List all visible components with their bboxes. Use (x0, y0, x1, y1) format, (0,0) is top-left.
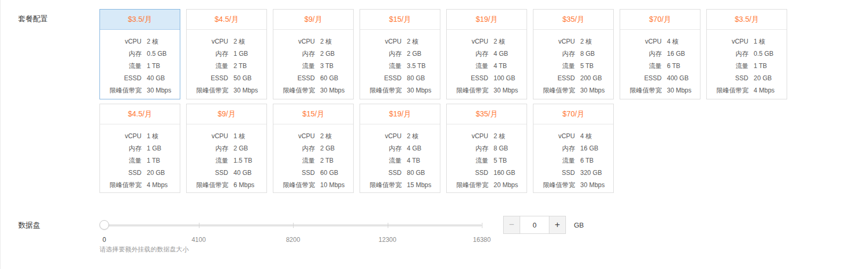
spec-row: 内存2 GB (273, 48, 353, 60)
spec-row: 限峰值带宽30 Mbps (447, 85, 527, 97)
slider-handle[interactable] (99, 220, 109, 230)
plan-card[interactable]: $3.5/月 vCPU2 核内存0.5 GB流量1 TBESSD40 GB限峰值… (99, 9, 180, 99)
spec-value: 1 TB (754, 60, 787, 72)
spec-label: 流量 (100, 155, 141, 167)
plan-specs: vCPU2 核内存2 GB流量3 TBESSD60 GB限峰值带宽30 Mbps (273, 30, 353, 97)
spec-value: 4 GB (407, 142, 440, 155)
spec-value: 40 GB (147, 72, 180, 85)
plan-card[interactable]: $4.5/月 vCPU1 核内存1 GB流量1 TBSSD20 GB限峰值带宽4… (99, 104, 180, 193)
spec-label: 内存 (100, 142, 141, 155)
plan-card[interactable]: $9/月 vCPU1 核内存2 GB流量1.5 TBSSD40 GB限峰值带宽6… (186, 104, 267, 193)
spec-value: 30 Mbps (580, 179, 613, 191)
spec-label: 限峰值带宽 (360, 85, 402, 97)
spec-row: 流量5 TB (447, 155, 527, 167)
spec-row: vCPU2 核 (273, 130, 353, 142)
spec-row: 限峰值带宽30 Mbps (187, 85, 266, 97)
spec-row: 内存8 GB (447, 142, 527, 155)
spec-value: 30 Mbps (407, 85, 440, 97)
spec-row: vCPU2 核 (360, 130, 440, 142)
plan-price: $19/月 (447, 10, 527, 30)
plan-card[interactable]: $15/月 vCPU2 核内存2 GB流量2 TBSSD60 GB限峰值带宽10… (273, 104, 354, 193)
spec-value: 4 GB (494, 48, 527, 60)
spec-label: 内存 (360, 142, 402, 155)
data-disk-size-input[interactable] (520, 216, 549, 233)
spec-label: vCPU (707, 36, 748, 48)
spec-label: 限峰值带宽 (100, 85, 141, 97)
spec-row: vCPU4 核 (620, 36, 700, 48)
spec-value: 1 核 (147, 130, 180, 142)
spec-label: vCPU (273, 36, 315, 48)
spec-row: SSD20 GB (707, 72, 787, 85)
spec-label: 流量 (447, 60, 488, 72)
plan-card[interactable]: $15/月 vCPU2 核内存2 GB流量3.5 TBESSD80 GB限峰值带… (360, 9, 440, 99)
spec-value: 2 核 (320, 36, 353, 48)
spec-row: 限峰值带宽15 Mbps (360, 179, 440, 191)
spec-label: vCPU (273, 130, 315, 142)
spec-label: ESSD (533, 72, 575, 85)
spec-value: 20 GB (147, 167, 180, 179)
spec-row: vCPU1 核 (100, 130, 180, 142)
spec-label: 流量 (360, 155, 402, 167)
spec-label: 内存 (273, 142, 315, 155)
spec-row: 流量1 TB (100, 60, 180, 72)
plan-card[interactable]: $35/月 vCPU2 核内存8 GB流量5 TBESSD200 GB限峰值带宽… (533, 9, 614, 99)
stepper-minus-button[interactable]: − (504, 216, 520, 233)
spec-row: 内存4 GB (360, 142, 440, 155)
spec-value: 8 GB (580, 48, 613, 60)
spec-row: ESSD80 GB (360, 72, 440, 85)
spec-value: 4 TB (407, 155, 440, 167)
spec-label: SSD (360, 167, 402, 179)
plan-card[interactable]: $70/月 vCPU4 核内存16 GB流量6 TBSSD320 GB限峰值带宽… (533, 104, 614, 193)
plan-specs: vCPU2 核内存0.5 GB流量1 TBESSD40 GB限峰值带宽30 Mb… (100, 30, 180, 97)
spec-row: 流量5 TB (533, 60, 613, 72)
plan-price: $9/月 (273, 10, 353, 30)
plan-card[interactable]: $19/月 vCPU2 核内存4 GB流量4 TBSSD80 GB限峰值带宽15… (360, 104, 440, 193)
spec-row: vCPU2 核 (273, 36, 353, 48)
spec-row: vCPU2 核 (533, 36, 613, 48)
spec-value: 2 核 (233, 36, 266, 48)
spec-value: 3.5 TB (407, 60, 440, 72)
spec-value: 6 Mbps (233, 179, 266, 191)
spec-row: 流量6 TB (620, 60, 700, 72)
spec-value: 30 Mbps (494, 85, 527, 97)
plan-specs: vCPU2 核内存1 GB流量2 TBESSD50 GB限峰值带宽30 Mbps (187, 30, 266, 97)
spec-row: 限峰值带宽4 Mbps (707, 85, 787, 97)
spec-row: 限峰值带宽6 Mbps (187, 179, 266, 191)
spec-value: 1 核 (754, 36, 787, 48)
stepper-plus-button[interactable]: + (549, 216, 565, 233)
spec-label: 限峰值带宽 (533, 179, 575, 191)
plan-card[interactable]: $19/月 vCPU2 核内存4 GB流量4 TBESSD100 GB限峰值带宽… (446, 9, 527, 99)
slider-tick (482, 223, 482, 228)
spec-row: 内存8 GB (533, 48, 613, 60)
spec-label: ESSD (447, 72, 488, 85)
plan-card[interactable]: $9/月 vCPU2 核内存2 GB流量3 TBESSD60 GB限峰值带宽30… (273, 9, 354, 99)
plan-card[interactable]: $70/月 vCPU4 核内存16 GB流量6 TBESSD400 GB限峰值带… (620, 9, 700, 99)
plan-card[interactable]: $35/月 vCPU2 核内存8 GB流量5 TBSSD160 GB限峰值带宽2… (446, 104, 527, 193)
spec-label: SSD (100, 167, 141, 179)
spec-label: 内存 (187, 48, 228, 60)
spec-row: 流量2 TB (273, 155, 353, 167)
spec-row: 限峰值带宽4 Mbps (100, 179, 180, 191)
data-disk-section-label: 数据盘 (18, 221, 40, 230)
plan-card-grid: $3.5/月 vCPU2 核内存0.5 GB流量1 TBESSD40 GB限峰值… (99, 9, 787, 193)
plan-specs: vCPU2 核内存2 GB流量3.5 TBESSD80 GB限峰值带宽30 Mb… (360, 30, 440, 97)
spec-value: 2 核 (407, 36, 440, 48)
plan-card[interactable]: $4.5/月 vCPU2 核内存1 GB流量2 TBESSD50 GB限峰值带宽… (186, 9, 267, 99)
spec-row: vCPU2 核 (447, 36, 527, 48)
spec-value: 80 GB (407, 72, 440, 85)
data-disk-stepper: − + (503, 216, 566, 234)
spec-value: 16 GB (667, 48, 700, 60)
spec-label: SSD (447, 167, 488, 179)
spec-value: 160 GB (494, 167, 527, 179)
spec-label: 内存 (187, 142, 228, 155)
slider-tick (293, 223, 294, 228)
spec-row: SSD80 GB (360, 167, 440, 179)
spec-row: 限峰值带宽30 Mbps (533, 85, 613, 97)
plan-price: $3.5/月 (100, 10, 180, 30)
spec-label: 流量 (187, 155, 228, 167)
plan-card[interactable]: $3.5/月 vCPU1 核内存0.5 GB流量1 TBSSD20 GB限峰值带… (706, 9, 787, 99)
spec-row: 内存1 GB (100, 142, 180, 155)
spec-label: SSD (533, 167, 575, 179)
spec-label: 内存 (533, 142, 575, 155)
spec-value: 50 GB (233, 72, 266, 85)
